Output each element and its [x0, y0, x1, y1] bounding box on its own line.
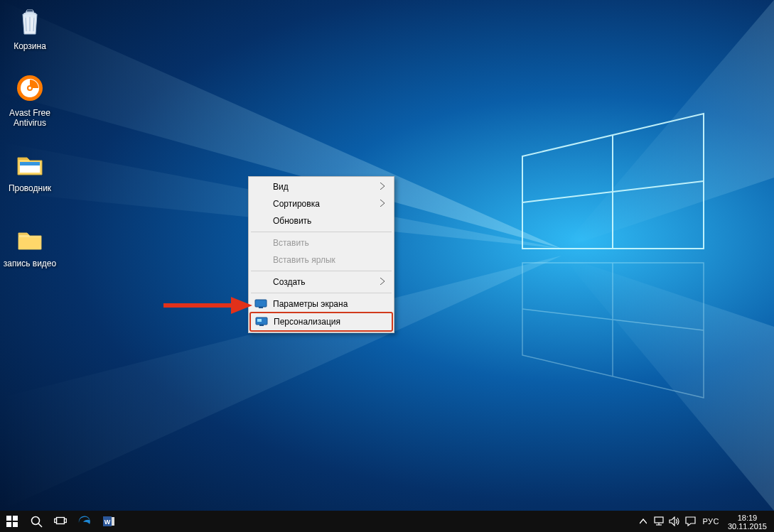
svg-rect-18: [6, 516, 11, 521]
volume-icon: [669, 516, 680, 526]
desktop-icon-explorer[interactable]: Проводник: [3, 146, 57, 193]
context-menu-label: Персонализация: [274, 317, 340, 327]
svg-point-22: [31, 516, 39, 524]
svg-rect-24: [57, 518, 65, 524]
desktop-context-menu: Вид Сортировка Обновить Вставить Вставит…: [248, 176, 394, 333]
tray-network-button[interactable]: [651, 511, 667, 532]
context-menu-separator: [251, 293, 392, 293]
recycle-bin-icon: [13, 4, 47, 38]
svg-rect-20: [6, 522, 11, 527]
tray-clock[interactable]: 18:19 30.11.2015: [724, 512, 774, 531]
context-menu-item-sort[interactable]: Сортировка: [250, 195, 392, 212]
context-menu-label: Обновить: [273, 216, 311, 226]
language-label: РУС: [702, 517, 719, 526]
word-icon: W: [102, 514, 116, 528]
svg-rect-21: [13, 522, 18, 527]
chevron-up-icon: [640, 519, 647, 524]
context-menu-label: Создать: [273, 277, 306, 287]
desktop-area[interactable]: Корзина Avast Free Antivirus Проводник: [0, 0, 774, 511]
windows-logo-icon: [6, 516, 18, 527]
svg-rect-10: [20, 162, 40, 165]
svg-text:W: W: [104, 519, 111, 526]
context-menu-separator: [251, 271, 392, 271]
svg-point-8: [28, 87, 31, 89]
svg-rect-26: [65, 519, 67, 523]
svg-rect-14: [257, 319, 262, 322]
desktop-icon-label: Avast Free Antivirus: [3, 108, 57, 128]
context-menu-label: Параметры экрана: [273, 299, 348, 309]
context-menu-item-refresh[interactable]: Обновить: [250, 212, 392, 229]
desktop-icon-label: Проводник: [3, 183, 57, 193]
taskbar: W РУС 18:: [0, 511, 774, 532]
svg-rect-19: [13, 516, 18, 521]
context-menu-item-paste-shortcut: Вставить ярлык: [250, 251, 392, 268]
svg-line-23: [38, 523, 42, 527]
context-menu-item-create[interactable]: Создать: [250, 273, 392, 291]
desktop-icon-avast[interactable]: Avast Free Antivirus: [3, 71, 57, 128]
svg-rect-11: [255, 300, 267, 307]
desktop-icon-label: запись видео: [3, 259, 57, 268]
context-menu-separator: [251, 232, 392, 232]
notification-icon: [685, 516, 696, 526]
svg-rect-12: [259, 307, 263, 308]
start-button[interactable]: [0, 511, 24, 532]
context-menu-label: Сортировка: [273, 199, 320, 209]
task-view-button[interactable]: [48, 511, 72, 532]
search-button[interactable]: [24, 511, 48, 532]
tray-overflow-button[interactable]: [635, 511, 651, 532]
context-menu-item-personalization[interactable]: Персонализация: [251, 313, 392, 330]
svg-rect-28: [112, 517, 114, 526]
desktop-icon-label: Корзина: [3, 41, 57, 51]
file-explorer-icon: [13, 146, 47, 180]
tray-action-center-button[interactable]: [682, 511, 698, 532]
clock-date: 30.11.2015: [728, 522, 767, 531]
edge-icon: [77, 514, 92, 528]
svg-rect-15: [259, 325, 264, 326]
network-icon: [653, 516, 665, 526]
svg-rect-30: [655, 517, 663, 523]
context-menu-item-display-settings[interactable]: Параметры экрана: [250, 295, 392, 313]
context-menu-label: Вставить ярлык: [273, 255, 335, 265]
taskbar-pinned-word[interactable]: W: [97, 511, 121, 532]
search-icon: [31, 516, 43, 528]
svg-rect-25: [55, 519, 57, 523]
system-tray: РУС 18:19 30.11.2015: [635, 511, 774, 532]
desktop-icon-video-record[interactable]: запись видео: [3, 222, 57, 268]
personalization-icon: [255, 317, 268, 327]
context-menu-item-paste: Вставить: [250, 234, 392, 251]
context-menu-label: Вид: [273, 182, 289, 192]
display-settings-icon: [254, 299, 267, 309]
clock-time: 18:19: [728, 514, 767, 522]
context-menu-label: Вставить: [273, 238, 309, 248]
highlighted-item-annotation: Персонализация: [249, 312, 393, 332]
avast-icon: [13, 71, 47, 105]
red-arrow-annotation: [163, 295, 256, 319]
task-view-icon: [54, 516, 67, 526]
taskbar-pinned-edge[interactable]: [72, 511, 97, 532]
tray-volume-button[interactable]: [667, 511, 682, 532]
context-menu-item-view[interactable]: Вид: [250, 178, 392, 195]
tray-language-indicator[interactable]: РУС: [698, 517, 724, 526]
submenu-arrow-icon: [380, 182, 385, 192]
desktop-icon-recycle-bin[interactable]: Корзина: [3, 4, 57, 51]
submenu-arrow-icon: [380, 199, 385, 209]
folder-icon: [13, 222, 47, 256]
submenu-arrow-icon: [380, 277, 385, 287]
